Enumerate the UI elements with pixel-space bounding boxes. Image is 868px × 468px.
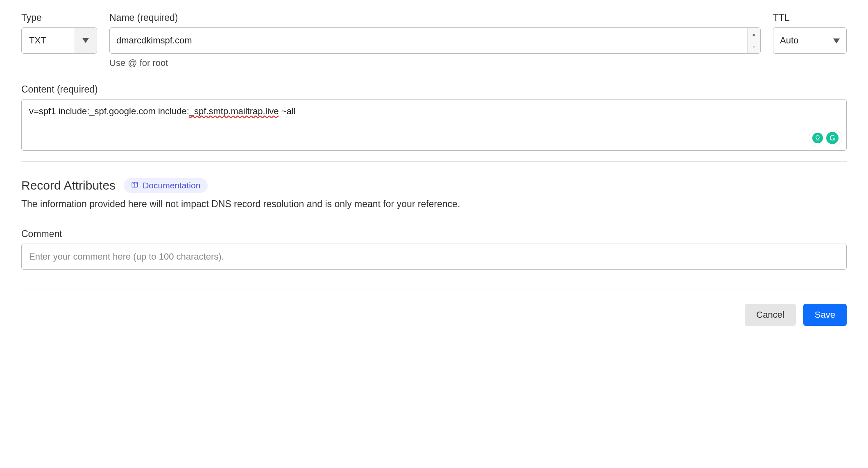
ttl-select[interactable]: Auto (773, 27, 847, 54)
chevron-down-icon: ▼ (748, 41, 760, 53)
record-attributes-description: The information provided here will not i… (21, 199, 847, 210)
name-label: Name (required) (109, 12, 761, 23)
name-input[interactable] (110, 28, 747, 53)
grammarly-icon: G (826, 132, 839, 144)
comment-label: Comment (21, 228, 847, 240)
type-select-value: TXT (22, 28, 74, 53)
svg-marker-0 (82, 38, 89, 43)
name-helper-text: Use @ for root (109, 58, 761, 68)
content-textarea[interactable]: v=spf1 include:_spf.google.com include:_… (21, 99, 847, 151)
chevron-down-icon (833, 35, 840, 46)
documentation-link[interactable]: Documentation (124, 178, 208, 193)
divider (21, 289, 847, 289)
content-text-suffix: ~all (279, 106, 296, 116)
comment-input[interactable] (21, 244, 847, 270)
content-text-spellerror: _spf.smtp.mailtrap.live (189, 106, 279, 116)
type-label: Type (21, 12, 97, 23)
save-button[interactable]: Save (803, 304, 847, 326)
documentation-link-label: Documentation (143, 181, 200, 190)
divider (21, 161, 847, 162)
content-text-prefix: v=spf1 include:_spf.google.com include: (29, 106, 189, 116)
svg-marker-1 (833, 38, 840, 43)
chevron-up-icon: ▲ (748, 28, 760, 41)
name-stepper[interactable]: ▲ ▼ (747, 28, 760, 53)
record-attributes-title: Record Attributes (21, 179, 116, 192)
type-select[interactable]: TXT (21, 27, 97, 54)
grammarly-widget[interactable]: G (809, 130, 842, 146)
lightbulb-icon (812, 133, 823, 143)
chevron-down-icon (74, 28, 97, 53)
ttl-label: TTL (773, 12, 847, 23)
ttl-select-value: Auto (780, 35, 798, 46)
book-icon (131, 181, 138, 190)
cancel-button[interactable]: Cancel (745, 304, 795, 326)
content-label: Content (required) (21, 84, 847, 95)
